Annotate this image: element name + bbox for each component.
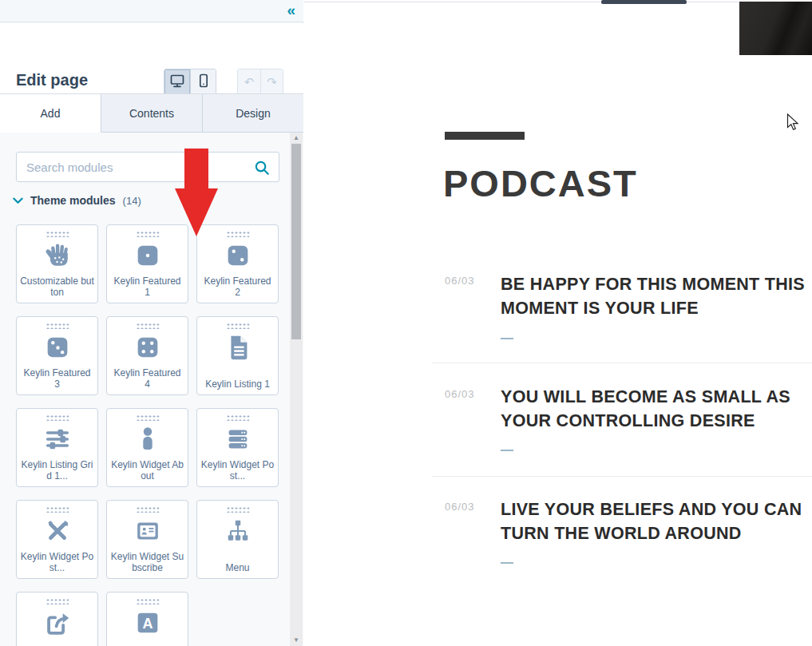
module-label: Keylin Listing 1 [200,378,275,390]
episode-dash [501,562,513,564]
sidebar-tabbar: Add Contents Design [0,93,303,133]
mobile-icon [196,73,212,92]
module-card-menu[interactable]: Menu [196,500,279,579]
module-card-customizable-button[interactable]: Customizable button [16,224,98,303]
drag-handle-icon [136,506,159,513]
episode-title-link[interactable]: YOU WILL BECOME AS SMALL AS YOUR CONTROL… [501,385,806,433]
tab-contents[interactable]: Contents [101,94,202,133]
section-label: Theme modules [30,194,116,207]
module-card-keylin-listing-grid[interactable]: Keylin Listing Grid 1... [16,408,98,487]
dice-two-icon [223,240,253,271]
drag-handle-icon [226,414,249,421]
module-card-share[interactable] [16,592,98,646]
header-photo-thumbnail [739,2,812,55]
drag-handle-icon [46,506,69,513]
dice-three-icon [42,332,73,363]
redo-arrow-icon: ↷ [267,75,277,89]
font-a-icon: A [133,608,163,638]
server-icon [223,424,253,454]
desktop-icon [169,73,185,92]
page-heading: PODCAST [443,161,638,205]
module-card-keylin-widget-post-a[interactable]: Keylin Widget Post... [196,408,279,487]
scroll-down-icon[interactable]: ▼ [290,636,303,645]
panel-scrollbar[interactable]: ▲ ▼ [290,133,303,646]
module-card-keylin-widget-about[interactable]: Keylin Widget About [106,408,188,487]
module-label: Keylin Featured 3 [20,367,94,390]
drag-handle-icon [46,231,69,237]
module-card-keylin-featured-3[interactable]: Keylin Featured 3 [16,316,98,395]
drag-handle-icon [46,598,69,604]
history-button-group: ↶ ↷ [237,69,283,95]
person-icon [133,424,163,454]
module-label: Keylin Featured 2 [200,275,275,298]
episode-divider [432,476,812,477]
module-label: Keylin Widget About [110,459,184,482]
drag-handle-icon [226,231,249,237]
search-modules-box [16,152,279,182]
undo-button[interactable]: ↶ [238,69,260,94]
drag-handle-icon [46,323,69,329]
sitemap-icon [223,516,253,546]
page-preview: PODCAST 06/03 BE HAPPY FOR THIS MOMENT T… [304,0,812,646]
desktop-view-button[interactable] [164,69,190,94]
id-card-icon [133,516,163,546]
mouse-cursor [786,113,799,131]
module-card-keylin-listing-1[interactable]: Keylin Listing 1 [196,316,279,395]
top-scroll-indicator [601,0,687,4]
file-icon [223,332,253,363]
module-label: Keylin Widget Subscribe [110,551,184,573]
section-count: (14) [123,195,141,207]
undo-arrow-icon: ↶ [244,75,255,89]
device-toggle-group [164,69,216,95]
drag-handle-icon [136,323,159,329]
module-card-keylin-widget-post-b[interactable]: Keylin Widget Post... [16,500,98,579]
sliders-icon [42,424,73,454]
module-label: Keylin Widget Post... [20,551,94,573]
svg-text:A: A [142,616,152,632]
episode-dash [501,450,513,451]
search-input[interactable] [17,153,279,181]
episode-date: 06/03 [445,275,475,287]
chevron-down-icon [13,193,23,208]
module-label: Keylin Widget Post... [200,459,275,482]
scrollbar-thumb[interactable] [291,144,301,339]
hand-dots-icon [42,240,73,271]
redo-button[interactable]: ↷ [260,69,283,94]
scroll-up-icon[interactable]: ▲ [290,133,303,143]
drag-handle-icon [136,414,159,421]
drag-handle-icon [226,323,249,329]
heading-accent-bar [445,132,525,140]
module-label: Keylin Listing Grid 1... [20,459,94,482]
panel-title: Edit page [16,71,88,89]
episode-title-link[interactable]: LIVE YOUR BELIEFS AND YOU CAN TURN THE W… [501,497,806,545]
editor-window: « Edit page [0,0,812,646]
sidebar-top-strip: « [0,0,303,22]
module-label: Keylin Featured 4 [110,367,184,390]
module-label: Keylin Featured 1 [110,275,184,298]
module-card-keylin-featured-4[interactable]: Keylin Featured 4 [106,316,188,395]
module-label: Customizable button [20,275,94,298]
episode-divider [432,363,812,363]
episode-date: 06/03 [445,388,475,400]
tab-add[interactable]: Add [0,94,101,133]
modules-panel-body: Theme modules (14) [0,133,303,646]
drag-handle-icon [136,598,159,604]
red-arrow-annotation [172,149,220,236]
episode-date: 06/03 [445,501,475,513]
tab-design[interactable]: Design [202,94,303,133]
drag-handle-icon [46,414,69,421]
edit-page-sidebar: « Edit page [0,0,303,646]
drag-handle-icon [226,506,249,513]
module-card-font[interactable]: A [106,592,188,646]
dice-four-icon [133,332,163,363]
theme-modules-section-header[interactable]: Theme modules (14) [13,193,141,208]
episode-title-link[interactable]: BE HAPPY FOR THIS MOMENT THIS MOMENT IS … [501,272,806,320]
collapse-panel-icon[interactable]: « [287,2,295,19]
mobile-view-button[interactable] [190,69,216,94]
module-card-keylin-widget-subscribe[interactable]: Keylin Widget Subscribe [106,500,188,579]
drag-handle-icon [136,231,159,237]
sidebar-header: Edit page [0,23,303,93]
episode-dash [501,338,513,339]
dice-one-icon [133,240,163,271]
preview-top-border [304,2,812,2]
